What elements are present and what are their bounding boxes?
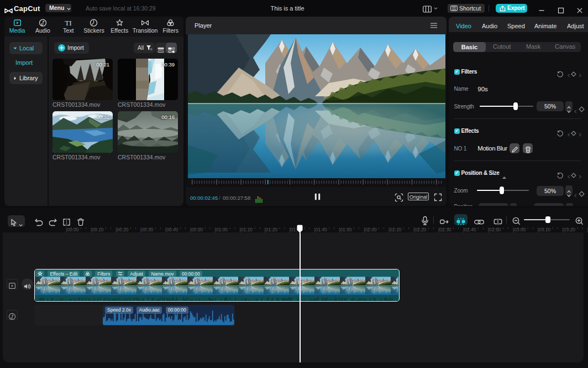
- svg-text:TI: TI: [65, 19, 72, 27]
